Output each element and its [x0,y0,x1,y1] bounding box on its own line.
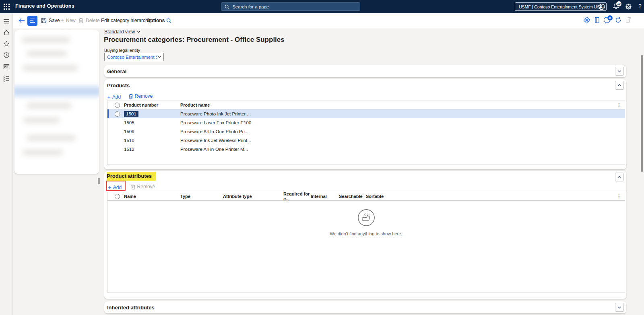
empty-state-message: We didn't find anything to show here. [107,231,625,236]
empty-state: We didn't find anything to show here. [107,208,625,236]
section-title: General [107,68,126,74]
plus-icon: + [107,95,111,99]
grid-options-icon[interactable]: ⋮ [617,193,621,200]
column-header-product-number[interactable]: Product number [120,103,180,107]
section-inherited-attributes: Inherited attributes [104,301,626,313]
add-product-button[interactable]: + Add [107,93,121,101]
chevron-down-icon [617,70,621,72]
plus-icon: + [108,185,111,190]
power-apps-icon[interactable] [584,17,591,24]
trash-icon [78,18,84,23]
row-radio[interactable] [115,111,120,117]
select-all-radio[interactable] [115,194,120,199]
message-count-badge: 0 [607,15,613,21]
action-pane: Save + New Delete Edit category hierarch… [13,13,644,28]
expand-section-button[interactable] [615,303,624,312]
table-row[interactable]: 1501 Proseware Photo Ink Jet Printer ... [107,109,625,118]
delete-button[interactable]: Delete [78,13,100,28]
buying-legal-entity-select[interactable]: Contoso Entertainment Syste... [104,53,164,61]
grid-options-icon[interactable]: ⋮ [617,102,621,108]
toolbar-divider [143,17,143,24]
attributes-grid: Name Type Attribute type Required for c.… [107,192,625,292]
vertical-scrollbar-thumb[interactable] [641,55,643,172]
home-icon[interactable] [3,29,10,36]
column-header-name[interactable]: Name [120,194,180,199]
notifications-bell-icon[interactable]: 10 [613,3,620,10]
table-row[interactable]: 1512 Proseware All-in-One Printer M... [107,145,625,154]
save-icon [41,18,47,23]
section-product-attributes: Product attributes + Add Remove Name Typ… [104,171,626,299]
products-toolbar: + Add Remove [107,92,153,101]
favorites-star-icon[interactable] [3,41,10,47]
modules-hierarchy-icon[interactable] [3,75,10,82]
top-navigation-bar: Finance and Operations Search for a page… [0,0,644,13]
refresh-icon[interactable] [615,17,622,24]
column-header-internal[interactable]: Internal [311,194,339,199]
column-header-product-name[interactable]: Product name [180,103,625,107]
section-products: Products + Add Remove Product number Pro… [104,79,626,169]
expand-section-button[interactable] [615,67,624,76]
collapse-section-button[interactable] [615,173,624,181]
column-header-required[interactable]: Required for c... [283,191,311,201]
section-title: Inherited attributes [107,305,155,311]
search-icon [225,4,229,9]
save-button[interactable]: Save [41,13,60,28]
attributes-toolbar: + Add Remove [108,182,155,191]
collapse-section-button[interactable] [615,81,624,90]
page-title: Procurement categories: Procurement - Of… [104,36,285,44]
table-row[interactable]: 1509 Proseware All-In-One Photo Pri... [107,127,625,136]
new-button[interactable]: + New [60,13,76,28]
copilot-icon[interactable] [598,3,605,10]
section-title-highlighted: Product attributes [107,173,156,179]
help-icon[interactable]: ? [638,3,644,10]
feedback-chat-icon[interactable]: 0 [604,17,611,24]
products-grid-header: Product number Product name ⋮ [107,101,625,109]
notification-count-badge: 10 [616,1,621,6]
chevron-down-icon [617,306,621,309]
plus-icon: + [60,18,64,23]
chevron-up-icon [617,176,621,178]
environment-badge[interactable]: USMF | Contoso Entertainment System USA [515,2,607,11]
remove-attribute-button[interactable]: Remove [131,182,155,191]
table-row[interactable]: 1510 Proseware Ink Jet Wireless Print... [107,136,625,145]
actionbar-search-icon[interactable] [166,13,171,28]
page-search-input[interactable]: Search for a page [221,2,360,11]
selected-cell[interactable]: 1501 [124,111,138,117]
settings-gear-icon[interactable] [625,3,632,10]
app-window: Finance and Operations Search for a page… [0,0,644,315]
app-launcher-waffle-icon[interactable] [3,3,10,10]
back-arrow-button[interactable] [19,13,25,28]
appbar-toggle-button[interactable] [27,16,37,26]
popout-icon[interactable] [625,17,633,24]
select-all-radio[interactable] [115,103,120,108]
column-header-searchable[interactable]: Searchable [339,194,366,199]
chevron-down-icon [157,56,161,58]
remove-product-button[interactable]: Remove [128,92,153,101]
buying-legal-entity-value: Contoso Entertainment Syste... [107,55,157,60]
category-tree-panel[interactable] [14,30,99,174]
table-row[interactable]: 1505 Proseware Laser Fax Printer E100 [107,118,625,127]
task-recorder-book-icon[interactable] [594,17,601,24]
column-header-type[interactable]: Type [180,194,223,199]
workspaces-form-icon[interactable] [3,64,10,70]
view-selector[interactable]: Standard view [104,29,140,35]
chevron-down-icon [137,31,140,33]
section-general: General [104,65,626,77]
recent-clock-icon[interactable] [3,52,10,58]
column-header-attribute-type[interactable]: Attribute type [223,194,283,199]
products-grid: Product number Product name ⋮ 1501 Prose… [107,101,625,165]
search-placeholder: Search for a page [232,4,269,9]
column-header-sortable[interactable]: Sortable [366,194,625,199]
trash-icon [131,184,136,189]
empty-folder-icon [357,208,376,227]
add-attribute-button[interactable]: + Add [108,183,122,192]
selected-tree-node [14,86,99,96]
options-button[interactable]: Options [147,13,165,28]
trash-icon [128,94,133,99]
panel-splitter-handle[interactable] [98,178,101,184]
chevron-up-icon [617,84,621,86]
hamburger-menu-icon[interactable] [3,18,10,25]
left-nav-rail [0,13,13,315]
app-title: Finance and Operations [15,3,74,9]
section-title: Products [107,82,130,89]
